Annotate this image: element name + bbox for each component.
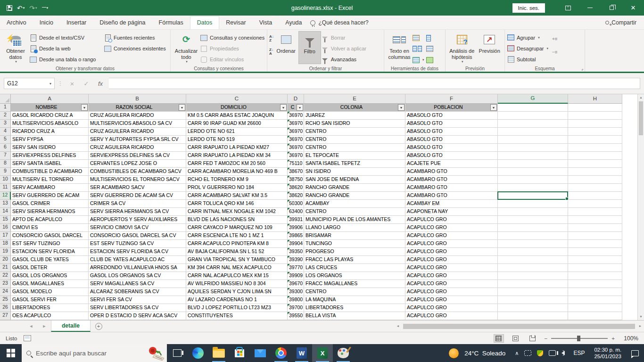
desde-la-web-button[interactable]: Desde la web [29,44,104,53]
tab-ayuda[interactable]: Ayuda [279,16,308,29]
new-sheet-button[interactable]: + [91,321,107,332]
cell-D9[interactable]: 38670 [288,168,304,176]
network-tray-icon[interactable] [549,350,556,356]
analisis-hipotesis-button[interactable]: Análisis de hipótesis▾ [447,31,476,64]
cell-G17[interactable] [498,232,568,240]
cell-F3[interactable]: ABASOLO GTO [405,120,498,128]
cell-E5[interactable]: CENTRO [304,136,405,144]
cell-B13[interactable]: CRIMER SA CV [89,200,186,208]
row-header-11[interactable]: 11 [0,184,11,192]
cell-E21[interactable]: LAS CRUCES [304,264,405,272]
flash-fill-icon[interactable] [413,34,424,42]
cell-C22[interactable]: CARR NAL ACAPULCO MEX KM 15 [186,272,288,280]
share-button[interactable]: Compartir [598,19,644,29]
cell-E1[interactable]: COLONIA▼ [304,104,405,112]
row-header-15[interactable]: 15 [0,216,11,224]
cell-C23[interactable]: AV WILFRIDO MASSIEU NO 8 304 [186,280,288,288]
column-header-D[interactable]: D [288,94,304,104]
word-button[interactable]: W [291,344,312,362]
cell-G8[interactable] [498,160,568,168]
scroll-down-icon[interactable]: ▼ [638,313,644,320]
tab-revisar[interactable]: Revisar [219,16,252,29]
paint-button[interactable] [333,344,354,362]
cell-E19[interactable]: PROGRESO [304,248,405,256]
tab-datos[interactable]: Datos [190,16,220,29]
cell-B24[interactable]: ALCARAZ SOBERANIS SA CV [89,288,186,296]
language-indicator[interactable]: ESP [573,350,585,356]
cell-B3[interactable]: MULTISERVICIOS ABASOLO SA CV [89,120,186,128]
zoom-in-icon[interactable]: + [611,336,615,341]
row-header-18[interactable]: 18 [0,240,11,248]
row-header-21[interactable]: 21 [0,264,11,272]
cell-A21[interactable]: GASOL DETER [11,264,89,272]
cell-E11[interactable]: RANCHO GRANDE [304,184,405,192]
cell-D16[interactable]: 39906 [288,224,304,232]
sheet-next-icon[interactable]: ► [38,321,51,332]
cell-H15[interactable] [568,216,622,224]
cell-C13[interactable]: CARR TOLUCA QRO KM 146 [186,200,288,208]
cell-F26[interactable]: ACAPULCO GRO [405,304,498,312]
column-header-A[interactable]: A [11,94,89,104]
cell-A2[interactable]: GASOL RICARDO CRUZ A [11,112,89,120]
cell-D11[interactable]: 38620 [288,184,304,192]
zoom-thumb[interactable] [577,336,580,341]
row-header-5[interactable]: 5 [0,136,11,144]
restore-button[interactable] [601,0,622,16]
cell-H5[interactable] [568,136,622,144]
cell-E14[interactable]: CENTRO [304,208,405,216]
cell-H1[interactable] [568,104,622,112]
cell-C17[interactable]: CARR ESCENICA LTE NO 1 MZ 1 [186,232,288,240]
cell-F24[interactable]: ACAPULCO GRO [405,288,498,296]
cell-E4[interactable]: CENTRO [304,128,405,136]
cell-G5[interactable] [498,136,568,144]
cell-B15[interactable]: AEROPUERTOS Y SERV AUXILIARES [89,216,186,224]
desde-tabla-rango-button[interactable]: Desde una tabla o rango [29,55,104,64]
cell-G11[interactable] [498,184,568,192]
cell-B26[interactable]: SERV LIBERTADORES SA CV [89,304,186,312]
cell-F21[interactable]: ACAPULCO GRO [405,264,498,272]
filtro-button[interactable]: Filtro [298,31,321,64]
cell-H6[interactable] [568,144,622,152]
cell-F1[interactable]: POBLACION▼ [405,104,498,112]
name-box[interactable]: G12▾ [4,78,55,89]
cell-H25[interactable] [568,296,622,304]
cell-G3[interactable] [498,120,568,128]
normal-view-button[interactable] [494,334,504,343]
cell-H21[interactable] [568,264,622,272]
cell-A6[interactable]: SERV SAN ISIDRO [11,144,89,152]
ordenar-button[interactable]: Ordenar [274,31,298,64]
cell-E9[interactable]: SN ISIDRO [304,168,405,176]
cell-F2[interactable]: ABASOLO GTO [405,112,498,120]
volume-tray-icon[interactable] [561,351,565,355]
cell-B4[interactable]: CRUZ AGUILERA RICARDO [89,128,186,136]
cell-H13[interactable] [568,200,622,208]
cell-F7[interactable]: ABASOLO GTO [405,152,498,160]
cell-A1[interactable]: NOMBRE▼ [11,104,89,112]
close-button[interactable]: ✕ [622,0,644,16]
cell-G2[interactable] [498,112,568,120]
cell-D10[interactable]: 38750 [288,176,304,184]
tab-archivo[interactable]: Archivo [0,16,33,29]
cell-G1[interactable] [498,104,568,112]
clock[interactable]: 02:30 p. m. 25/01/2023 [589,346,626,360]
mail-button[interactable] [250,344,271,362]
sign-in-button[interactable]: Inic. ses. [512,3,545,13]
cell-B5[interactable]: SERV Y AUTOPARTES FYPSA SRL CV [89,136,186,144]
cell-B23[interactable]: SERV MAGALLANES SA CV [89,280,186,288]
zoom-out-icon[interactable]: − [545,336,548,341]
cell-A18[interactable]: EST SERV TUZINGO [11,240,89,248]
sort-az-button[interactable]: A↓Z [269,34,274,43]
vertical-scroll-thumb[interactable] [639,101,643,135]
actualizar-todo-button[interactable]: ⟳ Actualizar todo▾ [173,31,200,64]
scroll-right-icon[interactable]: ► [636,323,644,329]
edge-button[interactable] [188,344,208,362]
cell-E25[interactable]: LA MAQUINA [304,296,405,304]
sheet-tab-detalle[interactable]: detalle [51,321,91,332]
cell-C6[interactable]: CARR IRAPUATO LA PIEDAD KM27 [186,144,288,152]
row-header-1[interactable]: 1 [0,104,11,112]
cell-C19[interactable]: AV BAJA CALIFORNIA SN L 51 52 [186,248,288,256]
cell-G7[interactable] [498,152,568,160]
cell-F9[interactable]: ACAMBARO GTO [405,168,498,176]
formula-bar-splitter[interactable]: ⋮ [58,80,64,87]
zoom-percentage[interactable]: 100% [621,335,638,342]
